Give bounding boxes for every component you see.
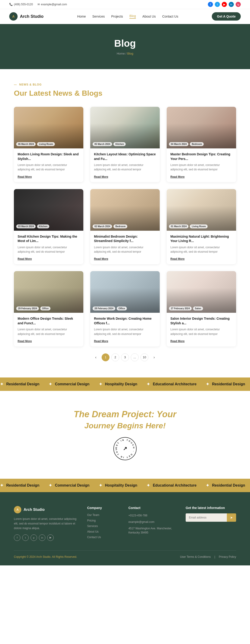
blog-card-title: Small Kitchen Design Tips: Making the Mo…: [18, 234, 80, 244]
footer-social: f t p in ▶: [14, 534, 78, 541]
card-category-badge: Office: [40, 306, 51, 310]
card-category-badge: Kitchen: [37, 224, 49, 228]
nav-home[interactable]: Home: [77, 14, 86, 18]
page-1-button[interactable]: 1: [102, 354, 110, 361]
get-quote-button[interactable]: Get A Quote: [212, 12, 241, 20]
next-page-button[interactable]: ›: [150, 354, 158, 361]
footer-bottom: Copyright © 2024 Arch Studio. All Rights…: [14, 550, 236, 558]
footer-description: Lorem ipsum dolor sit amet, consectetur …: [14, 517, 78, 531]
blog-card: 06 March 2024 Living Room Modern Living …: [14, 107, 83, 182]
newsletter-submit-button[interactable]: ➤: [227, 514, 236, 522]
top-bar-contact: 📞 (406) 555-0120 ✉ example@gmail.com: [9, 3, 67, 6]
social-links: f t ▶ in ig: [208, 2, 241, 7]
nav-blog[interactable]: Blog: [129, 14, 136, 19]
read-more-link[interactable]: Read More: [170, 257, 184, 260]
card-category-badge: Bedroom: [190, 142, 204, 146]
blog-card-image: 28 February 2024 Office: [90, 271, 160, 313]
marquee-item: ✦ Hospitality Design: [99, 483, 137, 488]
card-meta: 04 March 2024 Bedroom: [169, 142, 204, 146]
newsletter-form: ➤: [186, 514, 236, 522]
footer-twitter-icon[interactable]: t: [22, 534, 29, 541]
footer-address: 4517 Washington Ave. Manchester, Kentuck…: [128, 526, 176, 535]
logo[interactable]: A Arch Studio: [9, 12, 44, 20]
marquee-label: Residential Design: [212, 483, 245, 488]
blog-card: 27 February 2024 Salon Salon Interior De…: [167, 271, 236, 346]
nav-services[interactable]: Services: [92, 14, 105, 18]
marquee-label: Commercial Design: [55, 382, 89, 386]
terms-link[interactable]: User Terms & Conditions: [180, 555, 211, 558]
twitter-icon[interactable]: t: [215, 2, 220, 7]
star-icon: ✦: [49, 483, 52, 488]
read-more-link[interactable]: Read More: [18, 257, 32, 260]
star-icon: ✦: [99, 483, 102, 488]
linkedin-icon[interactable]: in: [229, 2, 234, 7]
breadcrumb-home[interactable]: Home: [117, 52, 125, 55]
read-more-link[interactable]: Read More: [94, 175, 108, 178]
card-category-badge: Living Room: [190, 224, 208, 228]
nav-contact[interactable]: Contact Us: [162, 14, 178, 18]
card-date-badge: 06 March 2024: [16, 142, 36, 146]
nav-projects[interactable]: Projects: [111, 14, 123, 18]
logo-icon: A: [9, 12, 18, 20]
marquee-item: ✦ Residential Design: [206, 382, 245, 387]
footer-linkedin-icon[interactable]: in: [39, 534, 45, 541]
instagram-icon[interactable]: ig: [236, 2, 241, 7]
read-more-link[interactable]: Read More: [18, 175, 32, 178]
marquee-inner-1: ✦ Residential Design ✦ Commercial Design…: [0, 382, 250, 387]
footer-contact-title: Contact: [128, 506, 176, 510]
hero-section: Blog Home / Blog: [0, 24, 250, 69]
blog-card-image: 01 March 2024 Living Room: [167, 189, 236, 231]
get-in-touch-button[interactable]: GET IN TOUCH · GET IN TOUCH · ↗: [113, 437, 137, 460]
footer-pinterest-icon[interactable]: p: [31, 534, 37, 541]
blog-card: 03 March 2024 Kitchen Small Kitchen Desi…: [14, 189, 83, 264]
footer-our-team-link[interactable]: Our Team: [87, 514, 119, 517]
page-10-button[interactable]: 10: [140, 354, 148, 361]
footer-facebook-icon[interactable]: f: [14, 534, 20, 541]
blog-card-text: Lorem ipsum dolor sit amet, consectetur …: [94, 163, 156, 172]
read-more-link[interactable]: Read More: [18, 340, 32, 343]
read-more-link[interactable]: Read More: [94, 257, 108, 260]
prev-page-button[interactable]: ‹: [92, 354, 100, 361]
star-icon: ✦: [147, 382, 150, 387]
footer-company-title: Company: [87, 506, 119, 510]
blog-card-body: Remote Work Design: Creating Home Office…: [90, 313, 160, 346]
blog-card-text: Lorem ipsum dolor sit amet, consectetur …: [94, 245, 156, 254]
footer-services-link[interactable]: Services: [87, 524, 119, 528]
blog-card-body: Kitchen Layout Ideas: Optimizing Space a…: [90, 148, 160, 182]
blog-card-text: Lorem ipsum dolor sit amet, consectetur …: [18, 327, 80, 336]
newsletter-email-input[interactable]: [186, 514, 227, 522]
footer-contact: Contact +0123-456-788 example@gmail.com …: [128, 506, 176, 541]
breadcrumb: Home / Blog: [9, 52, 241, 55]
footer-brand: A Arch Studio Lorem ipsum dolor sit amet…: [14, 506, 78, 541]
marquee-label: Hospitality Design: [105, 483, 137, 488]
privacy-link[interactable]: Privacy Policy: [219, 555, 236, 558]
blog-card: 29 February 2024 Office Modern Office De…: [14, 271, 83, 346]
footer-about-link[interactable]: About Us: [87, 530, 119, 533]
card-date-badge: 03 March 2024: [16, 224, 36, 228]
read-more-link[interactable]: Read More: [170, 340, 184, 343]
marquee-item: ✦ Educational Architecture: [147, 382, 196, 387]
dream-section: The Dream Project: Your Journey Begins H…: [0, 391, 250, 479]
footer-pricing-link[interactable]: Pricing: [87, 519, 119, 522]
footer-youtube-icon[interactable]: ▶: [47, 534, 54, 541]
youtube-icon[interactable]: ▶: [222, 2, 227, 7]
read-more-link[interactable]: Read More: [170, 175, 184, 178]
page-3-button[interactable]: 3: [121, 354, 129, 361]
footer-contact-link[interactable]: Contact Us: [87, 536, 119, 539]
footer-logo-name: Arch Studio: [24, 508, 45, 512]
star-icon: ✦: [0, 382, 4, 387]
page-2-button[interactable]: 2: [111, 354, 119, 361]
footer-phone: +0123-456-788: [128, 514, 176, 518]
footer-copyright: Copyright © 2024 Arch Studio. All Rights…: [14, 555, 77, 558]
blog-card-image: 06 March 2024 Living Room: [14, 107, 83, 148]
blog-card-title: Maximizing Natural Light: Brightening Yo…: [170, 234, 232, 244]
card-meta: 05 March 2024 Kitchen: [93, 142, 126, 146]
marquee-item: ✦ Educational Architecture: [147, 483, 196, 488]
read-more-link[interactable]: Read More: [94, 340, 108, 343]
blog-card: 28 February 2024 Office Remote Work Desi…: [90, 271, 160, 346]
blog-card-text: Lorem ipsum dolor sit amet, consectetur …: [94, 327, 156, 336]
facebook-icon[interactable]: f: [208, 2, 213, 7]
blog-card-body: Small Kitchen Design Tips: Making the Mo…: [14, 231, 83, 264]
marquee-item: ✦ Residential Design: [206, 483, 245, 488]
nav-about[interactable]: About Us: [142, 14, 156, 18]
